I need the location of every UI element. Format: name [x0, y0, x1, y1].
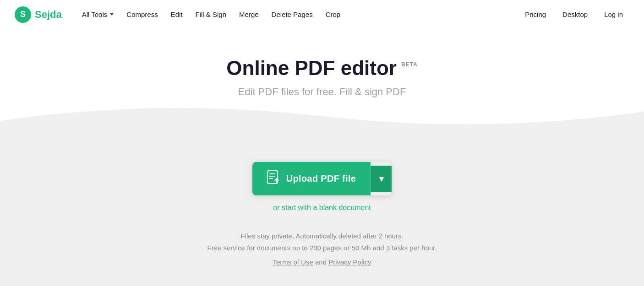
- nav-pricing[interactable]: Pricing: [518, 7, 552, 22]
- logo-link[interactable]: S Sejda: [15, 6, 62, 23]
- wave-divider: [0, 98, 644, 135]
- terms-of-use-link[interactable]: Terms of Use: [273, 258, 313, 266]
- nav-merge[interactable]: Merge: [234, 7, 264, 22]
- upload-button-wrapper: Upload PDF file ▾: [252, 162, 392, 195]
- terms-links: Terms of Use and Privacy Policy: [9, 258, 635, 266]
- nav-fill-sign[interactable]: Fill & Sign: [190, 7, 232, 22]
- svg-rect-0: [267, 171, 278, 183]
- nav-main-links: All Tools Compress Edit Fill & Sign Merg…: [76, 7, 519, 22]
- upload-dropdown-button[interactable]: ▾: [371, 166, 392, 192]
- logo-text: Sejda: [35, 9, 62, 21]
- dropdown-arrow-icon: ▾: [379, 174, 383, 184]
- upload-pdf-icon: [267, 170, 280, 187]
- nav-edit[interactable]: Edit: [165, 7, 188, 22]
- nav-desktop[interactable]: Desktop: [556, 7, 594, 22]
- nav-compress[interactable]: Compress: [121, 7, 163, 22]
- navbar: S Sejda All Tools Compress Edit Fill & S…: [0, 0, 644, 29]
- privacy-line1: Files stay private. Automatically delete…: [9, 230, 635, 242]
- privacy-line2: Free service for documents up to 200 pag…: [9, 242, 635, 254]
- nav-right-links: Pricing Desktop Log in: [518, 7, 629, 22]
- hero-title: Online PDF editor BETA: [226, 57, 417, 80]
- chevron-down-icon: [110, 13, 114, 16]
- hero-subtitle: Edit PDF files for free. Fill & sign PDF: [9, 86, 635, 98]
- nav-all-tools[interactable]: All Tools: [76, 7, 120, 22]
- beta-badge: BETA: [401, 61, 418, 68]
- privacy-info: Files stay private. Automatically delete…: [9, 230, 635, 254]
- upload-section: Upload PDF file ▾ or start with a blank …: [0, 135, 644, 286]
- terms-and-separator: and: [315, 258, 328, 266]
- privacy-policy-link[interactable]: Privacy Policy: [328, 258, 371, 266]
- upload-pdf-button[interactable]: Upload PDF file: [252, 162, 371, 195]
- blank-document-link[interactable]: or start with a blank document: [9, 204, 635, 212]
- nav-crop[interactable]: Crop: [320, 7, 346, 22]
- hero-section: Online PDF editor BETA Edit PDF files fo…: [0, 29, 644, 98]
- nav-delete-pages[interactable]: Delete Pages: [266, 7, 318, 22]
- nav-login[interactable]: Log in: [598, 7, 629, 22]
- logo-icon: S: [15, 6, 31, 23]
